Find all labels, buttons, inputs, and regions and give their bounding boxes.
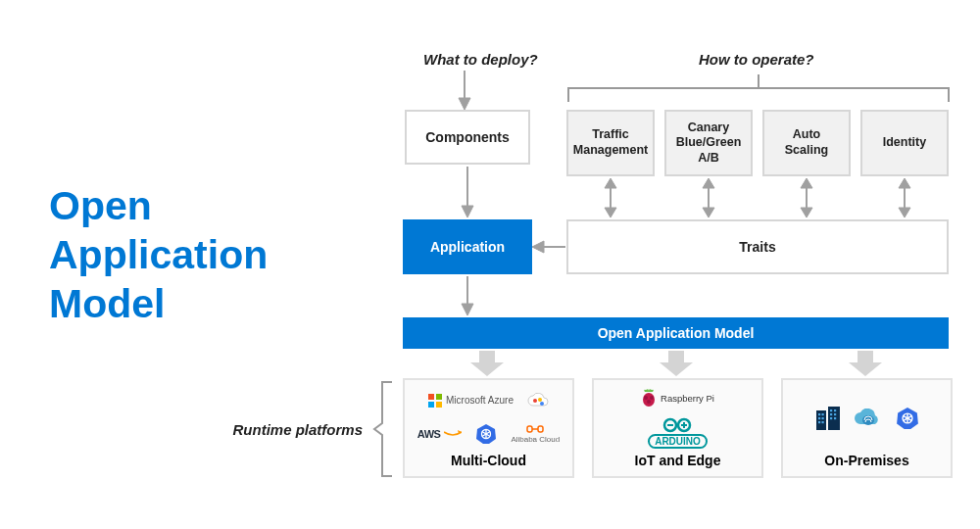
platform-onprem-label: On-Premises [824, 453, 908, 468]
runtime-bracket [372, 380, 394, 478]
platform-iot-label: IoT and Edge [635, 453, 721, 468]
arduino-icon: ARDUINO [648, 417, 708, 449]
arrow-trait-traffic [604, 178, 617, 217]
svg-rect-53 [821, 417, 823, 419]
aws-icon: AWS [417, 428, 463, 440]
svg-point-29 [540, 402, 544, 406]
node-traits: Traits [566, 219, 949, 274]
svg-rect-52 [818, 417, 820, 419]
svg-rect-26 [436, 402, 442, 408]
svg-rect-50 [818, 413, 820, 415]
svg-rect-24 [436, 394, 442, 400]
arrow-trait-identity [898, 178, 911, 217]
multi-cloud-vendors: Microsoft Azure AWS Alibaba Cloud [405, 380, 572, 453]
oam-bar-label: Open Application Model [598, 325, 755, 341]
trait-autoscale-label: Auto Scaling [770, 127, 843, 158]
iot-vendors: Raspberry Pi ARDUINO [594, 380, 761, 453]
diagram-title: Open Application Model [49, 181, 268, 328]
gcp-icon [527, 393, 549, 409]
svg-marker-7 [703, 208, 714, 217]
label-how-to-operate: How to operate? [699, 51, 814, 68]
kubernetes-onprem-icon [896, 407, 919, 430]
node-components: Components [405, 110, 530, 165]
server-icon [855, 409, 882, 428]
node-components-label: Components [425, 129, 510, 145]
arrow-trait-canary [702, 178, 715, 217]
fat-arrow-to-multicloud [470, 351, 504, 376]
trait-identity-label: Identity [883, 135, 926, 151]
svg-rect-51 [821, 413, 823, 415]
svg-marker-10 [801, 208, 812, 217]
alibaba-label: Alibaba Cloud [511, 435, 560, 444]
svg-marker-17 [532, 241, 544, 253]
platform-multi-cloud: Microsoft Azure AWS Alibaba Cloud Multi-… [403, 378, 574, 478]
svg-point-27 [533, 399, 537, 403]
label-runtime-platforms: Runtime platforms [196, 421, 363, 438]
svg-rect-55 [821, 421, 823, 423]
fat-arrow-to-onprem [849, 351, 882, 376]
svg-rect-59 [834, 413, 836, 415]
raspberrypi-label: Raspberry Pi [661, 393, 714, 404]
arrow-application-to-oam [461, 276, 474, 315]
trait-canary-label: Canary Blue/Green A/B [672, 120, 745, 167]
svg-point-28 [538, 398, 542, 402]
arduino-label: ARDUINO [648, 434, 708, 449]
svg-point-41 [650, 396, 654, 400]
platform-on-premises: On-Premises [781, 378, 953, 478]
trait-traffic-label: Traffic Management [573, 127, 648, 158]
azure-icon: Microsoft Azure [428, 394, 514, 408]
svg-rect-58 [830, 413, 832, 415]
svg-marker-4 [605, 208, 616, 217]
svg-marker-1 [459, 98, 470, 110]
title-line3: Model [49, 281, 165, 326]
alibaba-icon: Alibaba Cloud [511, 423, 560, 444]
svg-marker-15 [462, 206, 473, 217]
platform-multi-cloud-label: Multi-Cloud [451, 453, 526, 468]
trait-canary: Canary Blue/Green A/B [664, 110, 753, 176]
svg-rect-56 [830, 409, 832, 411]
arrow-components-to-application [461, 167, 474, 217]
fat-arrow-to-iot [660, 351, 693, 376]
svg-rect-61 [834, 417, 836, 419]
node-application-label: Application [430, 239, 505, 255]
operate-bracket [566, 72, 951, 104]
title-line2: Application [49, 232, 268, 277]
title-line1: Open [49, 183, 152, 228]
svg-marker-21 [660, 351, 693, 376]
platform-iot-edge: Raspberry Pi ARDUINO IoT and Edge [592, 378, 763, 478]
svg-rect-36 [527, 426, 532, 432]
svg-point-40 [644, 396, 648, 400]
trait-identity: Identity [860, 110, 949, 176]
arrow-traits-to-application [532, 240, 565, 254]
svg-rect-25 [428, 402, 434, 408]
azure-label: Microsoft Azure [446, 395, 514, 406]
kubernetes-icon [475, 423, 497, 445]
node-traits-label: Traits [739, 239, 775, 255]
svg-rect-23 [428, 394, 434, 400]
svg-rect-54 [818, 421, 820, 423]
svg-rect-57 [834, 409, 836, 411]
arrow-trait-autoscale [800, 178, 813, 217]
svg-point-42 [647, 400, 651, 404]
svg-marker-13 [899, 208, 910, 217]
arrow-deploy-to-components [458, 71, 471, 110]
node-open-application-model: Open Application Model [403, 317, 949, 349]
svg-rect-60 [830, 417, 832, 419]
svg-marker-20 [470, 351, 504, 376]
svg-rect-37 [538, 426, 543, 432]
trait-autoscaling: Auto Scaling [762, 110, 851, 176]
svg-rect-48 [816, 410, 826, 430]
aws-label: AWS [417, 428, 441, 440]
trait-traffic-management: Traffic Management [566, 110, 655, 176]
svg-marker-22 [849, 351, 882, 376]
datacenter-icon [815, 407, 841, 430]
svg-marker-19 [462, 304, 473, 315]
onprem-vendors [806, 380, 929, 453]
raspberrypi-icon: Raspberry Pi [641, 388, 714, 408]
label-what-to-deploy: What to deploy? [423, 51, 538, 68]
node-application: Application [403, 219, 532, 274]
